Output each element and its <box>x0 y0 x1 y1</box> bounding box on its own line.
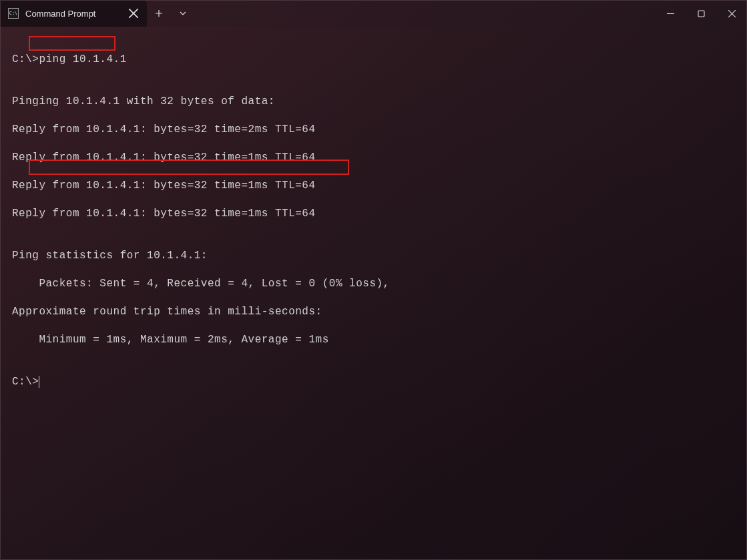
output-line: Reply from 10.1.4.1: bytes=32 time=1ms T… <box>12 151 735 165</box>
prompt-line: C:\>ping 10.1.4.1 <box>12 53 735 67</box>
tab-title: Command Prompt <box>25 9 121 19</box>
annotation-highlight <box>29 36 115 51</box>
command-text: ping 10.1.4.1 <box>39 53 126 65</box>
output-line: Reply from 10.1.4.1: bytes=32 time=2ms T… <box>12 123 735 137</box>
cmd-icon: C:\ <box>8 8 19 19</box>
output-line: Packets: Sent = 4, Received = 4, Lost = … <box>12 277 735 291</box>
text-cursor <box>39 376 39 388</box>
output-line: Approximate round trip times in milli-se… <box>12 305 735 319</box>
titlebar: C:\ Command Prompt <box>0 0 747 27</box>
prompt-line: C:\> <box>12 375 735 389</box>
active-tab[interactable]: C:\ Command Prompt <box>0 0 147 27</box>
maximize-button[interactable] <box>686 0 716 27</box>
output-line: Ping statistics for 10.1.4.1: <box>12 249 735 263</box>
terminal-output[interactable]: C:\>ping 10.1.4.1 Pinging 10.1.4.1 with … <box>0 27 747 560</box>
svg-rect-0 <box>698 11 704 17</box>
tab-dropdown-button[interactable] <box>171 0 195 27</box>
window-controls <box>655 0 747 27</box>
new-tab-button[interactable] <box>147 0 171 27</box>
output-line: Pinging 10.1.4.1 with 32 bytes of data: <box>12 95 735 109</box>
titlebar-drag-area[interactable] <box>195 0 655 27</box>
tab-close-button[interactable] <box>128 8 139 19</box>
close-window-button[interactable] <box>716 0 747 27</box>
prompt: C:\> <box>12 376 39 388</box>
output-line: Minimum = 1ms, Maximum = 2ms, Average = … <box>12 333 735 347</box>
output-line: Reply from 10.1.4.1: bytes=32 time=1ms T… <box>12 179 735 193</box>
minimize-button[interactable] <box>655 0 686 27</box>
prompt: C:\> <box>12 53 39 65</box>
output-line: Reply from 10.1.4.1: bytes=32 time=1ms T… <box>12 207 735 221</box>
